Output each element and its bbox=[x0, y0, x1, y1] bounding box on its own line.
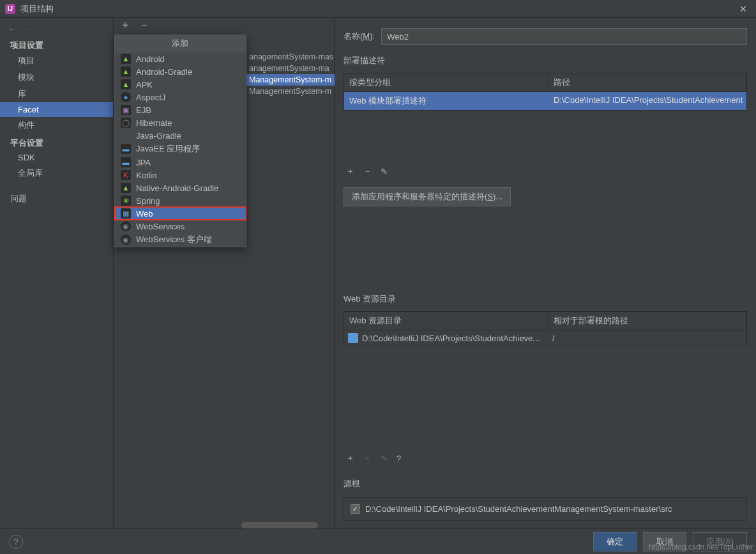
module-row[interactable]: anagementSystem-ma bbox=[245, 63, 335, 74]
sidebar-section-project: 项目设置 bbox=[0, 36, 113, 52]
popup-item-label: Web bbox=[136, 209, 153, 219]
jpa-icon: ▬ bbox=[121, 157, 131, 167]
deploy-row[interactable]: Web 模块部署描述符 D:\Code\IntelliJ IDEA\Projec… bbox=[344, 92, 746, 110]
res-row[interactable]: D:\Code\IntelliJ IDEA\Projects\StudentAc… bbox=[344, 330, 746, 346]
module-list: anagementSystem-mas anagementSystem-ma M… bbox=[245, 51, 335, 97]
popup-item-javaee-[interactable]: ▬JavaEE 应用程序 bbox=[114, 142, 246, 156]
deploy-remove-icon[interactable]: － bbox=[363, 165, 372, 177]
horizontal-scrollbar[interactable] bbox=[241, 522, 318, 528]
popup-item-kotlin[interactable]: KKotlin bbox=[114, 169, 246, 181]
web-icon: ▦ bbox=[121, 208, 131, 219]
popup-item-label: WebServices bbox=[136, 222, 185, 231]
ejb-icon: ▣ bbox=[121, 105, 131, 115]
nav-back-icon[interactable]: ← bbox=[8, 24, 16, 34]
sidebar-item-global-libs[interactable]: 全局库 bbox=[0, 165, 113, 181]
popup-item-label: EJB bbox=[136, 105, 151, 115]
src-panel: ✓ D:\Code\IntelliJ IDEA\Projects\Student… bbox=[344, 497, 747, 521]
sidebar-item-artifacts[interactable]: 构件 bbox=[0, 117, 113, 134]
popup-item-label: AspectJ bbox=[136, 93, 165, 102]
popup-item-label: Kotlin bbox=[136, 171, 157, 180]
add-facet-icon[interactable]: ＋ bbox=[120, 20, 130, 30]
name-label: 名称(M): bbox=[344, 31, 375, 42]
popup-item-jpa[interactable]: ▬JPA bbox=[114, 156, 246, 169]
help-button[interactable]: ? bbox=[9, 535, 23, 549]
res-table: Web 资源目录 相对于部署根的路径 D:\Code\IntelliJ IDEA… bbox=[344, 311, 747, 346]
android-icon: ▲ bbox=[121, 183, 131, 193]
res-header-dir[interactable]: Web 资源目录 bbox=[344, 312, 548, 330]
popup-item-label: Native-Android-Gradle bbox=[136, 183, 218, 193]
ws-icon: ◉ bbox=[121, 221, 131, 231]
popup-item-java-gradle[interactable]: Java-Gradle bbox=[114, 129, 246, 142]
deploy-add-icon[interactable]: ＋ bbox=[346, 165, 354, 177]
module-row[interactable]: ManagementSystem-m bbox=[245, 74, 335, 86]
android-icon: ▲ bbox=[121, 54, 131, 64]
sidebar: ← → 项目设置 项目 模块 库 Facet 构件 平台设置 SDK 全局库 问… bbox=[0, 18, 114, 528]
deploy-cell-type: Web 模块部署描述符 bbox=[344, 92, 548, 110]
popup-item-apk[interactable]: ▲APK bbox=[114, 78, 246, 91]
app-icon: IJ bbox=[5, 4, 15, 14]
module-row[interactable]: anagementSystem-mas bbox=[245, 51, 335, 63]
popup-item-label: Android bbox=[136, 54, 165, 64]
ok-button[interactable]: 确定 bbox=[593, 532, 637, 551]
android-icon: ▲ bbox=[121, 66, 131, 77]
sidebar-item-issues[interactable]: 问题 bbox=[0, 190, 113, 207]
src-section-title: 源根 bbox=[344, 478, 747, 489]
popup-item-label: Java-Gradle bbox=[136, 131, 181, 141]
popup-item-web[interactable]: ▦Web bbox=[114, 207, 246, 220]
popup-title: 添加 bbox=[114, 35, 246, 52]
deploy-edit-icon[interactable]: ✎ bbox=[381, 167, 388, 176]
deploy-table: 按类型分组 路径 Web 模块部署描述符 D:\Code\IntelliJ ID… bbox=[344, 73, 747, 111]
popup-item-label: Hibernate bbox=[136, 118, 172, 128]
deploy-header-path[interactable]: 路径 bbox=[548, 73, 746, 92]
popup-item-aspectj[interactable]: ●AspectJ bbox=[114, 91, 246, 104]
spring-icon: ❀ bbox=[121, 196, 131, 206]
res-edit-icon: ✎ bbox=[381, 454, 388, 463]
res-header-relpath[interactable]: 相对于部署根的路径 bbox=[548, 312, 746, 330]
sidebar-item-modules[interactable]: 模块 bbox=[0, 69, 113, 86]
window-title: 项目结构 bbox=[20, 3, 736, 15]
src-root-row[interactable]: ✓ D:\Code\IntelliJ IDEA\Projects\Student… bbox=[351, 504, 740, 514]
kotlin-icon: K bbox=[121, 170, 131, 180]
src-checkbox[interactable]: ✓ bbox=[351, 504, 360, 514]
popup-item-ejb[interactable]: ▣EJB bbox=[114, 104, 246, 116]
res-cell-dir: D:\Code\IntelliJ IDEA\Projects\StudentAc… bbox=[362, 334, 548, 343]
popup-item-webservices[interactable]: ◉WebServices bbox=[114, 220, 246, 233]
res-add-icon[interactable]: ＋ bbox=[346, 452, 354, 464]
add-descriptor-button[interactable]: 添加应用程序和服务器特定的描述符(S)... bbox=[344, 187, 511, 206]
popup-item-label: JPA bbox=[136, 158, 151, 167]
sidebar-item-project[interactable]: 项目 bbox=[0, 52, 113, 69]
popup-item-android-gradle[interactable]: ▲Android-Gradle bbox=[114, 65, 246, 78]
aspectj-icon: ● bbox=[121, 92, 131, 102]
nav-forward-icon[interactable]: → bbox=[22, 24, 31, 34]
popup-item-hibernate[interactable]: ◯Hibernate bbox=[114, 116, 246, 129]
popup-item-spring[interactable]: ❀Spring bbox=[114, 194, 246, 207]
remove-facet-icon[interactable]: － bbox=[139, 20, 149, 30]
deploy-header-type[interactable]: 按类型分组 bbox=[344, 73, 548, 92]
popup-item-android[interactable]: ▲Android bbox=[114, 52, 246, 65]
popup-item-label: JavaEE 应用程序 bbox=[136, 143, 200, 155]
watermark: https://blog.csdn.net/TopLuther bbox=[649, 542, 753, 551]
res-help-icon[interactable]: ? bbox=[397, 454, 401, 463]
module-row[interactable]: ManagementSystem-m bbox=[245, 86, 335, 97]
deploy-cell-path: D:\Code\IntelliJ IDEA\Projects\StudentAc… bbox=[548, 92, 746, 110]
deploy-section-title: 部署描述符 bbox=[344, 55, 747, 66]
popup-item-label: Android-Gradle bbox=[136, 67, 192, 77]
close-icon[interactable]: ✕ bbox=[736, 4, 751, 14]
blank-icon bbox=[121, 130, 131, 141]
popup-item-native-android-gradle[interactable]: ▲Native-Android-Gradle bbox=[114, 181, 246, 194]
sidebar-item-libraries[interactable]: 库 bbox=[0, 86, 113, 102]
sidebar-item-sdk[interactable]: SDK bbox=[0, 150, 113, 165]
folder-icon bbox=[348, 333, 358, 343]
popup-item-webservices-[interactable]: ◉WebServices 客户端 bbox=[114, 233, 246, 247]
facet-name-input[interactable] bbox=[381, 28, 747, 45]
javaee-icon: ▬ bbox=[121, 144, 131, 154]
facet-detail-panel: 名称(M): 部署描述符 按类型分组 路径 Web 模块部署描述符 D:\Cod… bbox=[335, 18, 756, 528]
res-section-title: Web 资源目录 bbox=[344, 293, 747, 305]
popup-item-label: WebServices 客户端 bbox=[136, 234, 212, 245]
src-path: D:\Code\IntelliJ IDEA\Projects\StudentAc… bbox=[365, 504, 672, 514]
apk-icon: ▲ bbox=[121, 79, 131, 89]
add-facet-popup: 添加 ▲Android▲Android-Gradle▲APK●AspectJ▣E… bbox=[114, 35, 246, 247]
sidebar-item-facet[interactable]: Facet bbox=[0, 102, 113, 117]
popup-item-label: Spring bbox=[136, 196, 160, 206]
hib-icon: ◯ bbox=[121, 118, 131, 128]
